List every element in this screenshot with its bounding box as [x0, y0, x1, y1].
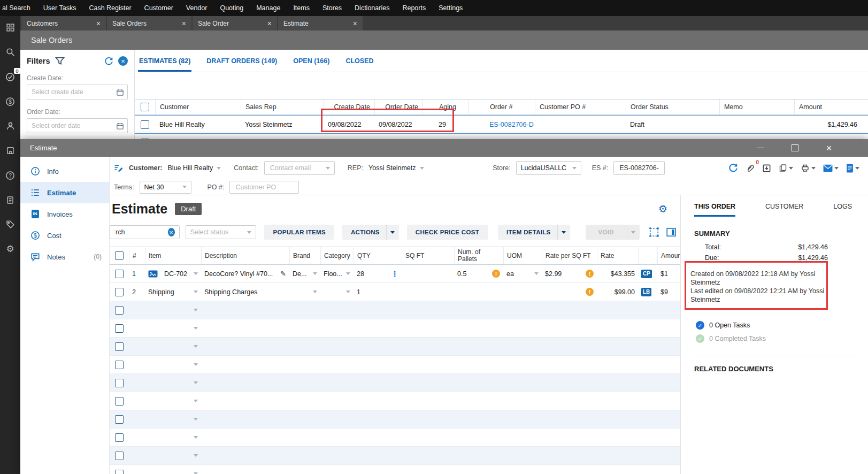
empty-item-row[interactable] — [110, 429, 680, 447]
cell-rate-per-sqft[interactable]: $2.99 — [542, 270, 597, 278]
row-checkbox[interactable] — [115, 379, 124, 387]
row-checkbox[interactable] — [115, 361, 124, 369]
attachments-icon[interactable]: 0 — [746, 164, 755, 173]
rep-dropdown[interactable]: Yossi Steinmetz — [368, 164, 424, 172]
tab-close-icon[interactable] — [96, 19, 101, 28]
sync-icon[interactable] — [728, 163, 738, 173]
rate-warning-icon[interactable] — [586, 288, 594, 296]
tab-this-order[interactable]: THIS ORDER — [694, 203, 735, 217]
row-checkbox[interactable] — [115, 288, 124, 296]
item-details-caret[interactable] — [557, 225, 570, 240]
cell-item[interactable]: DC-702 — [145, 270, 201, 278]
cell-num-pallets[interactable]: 0.5 — [454, 270, 503, 278]
layout-panel-icon[interactable] — [666, 225, 677, 239]
cell-description[interactable]: DecoCore? Vinyl #70... — [201, 270, 289, 278]
actions-button[interactable]: ACTIONS — [342, 225, 386, 240]
customer-dropdown[interactable]: Blue Hill Realty — [168, 164, 221, 172]
nav-item-cost[interactable]: $ Cost — [20, 225, 109, 246]
cell-description[interactable]: Shipping Charges — [201, 288, 289, 296]
status-filter-dropdown[interactable]: Select status — [186, 225, 257, 239]
void-caret[interactable] — [627, 225, 640, 240]
cell-brand[interactable] — [289, 290, 320, 293]
tab-draft-orders[interactable]: DRAFT ORDERS (149) — [205, 50, 278, 72]
row-checkbox[interactable] — [115, 270, 124, 278]
calendar-icon[interactable] — [116, 122, 124, 130]
tab-sale-orders[interactable]: Sale Orders — [107, 16, 191, 30]
edit-description-icon[interactable] — [280, 270, 286, 278]
menu-item-user-tasks[interactable]: User Tasks — [43, 4, 76, 12]
cell-item[interactable]: Shipping — [145, 288, 201, 296]
item-details-button[interactable]: ITEM DETAILS — [498, 225, 557, 240]
row-checkbox[interactable] — [115, 415, 124, 424]
cell-tax[interactable]: LB — [638, 288, 657, 296]
create-date-field[interactable] — [27, 85, 128, 100]
tab-close-icon[interactable] — [182, 19, 186, 28]
actions-caret[interactable] — [386, 225, 399, 240]
tab-close-icon[interactable] — [267, 19, 272, 28]
check-price-cost-button[interactable]: CHECK PRICE COST — [407, 225, 488, 240]
cell-qty[interactable]: 28 — [354, 270, 402, 278]
item-image-icon[interactable] — [148, 270, 158, 278]
tab-estimate[interactable]: Estimate — [278, 16, 363, 30]
nav-item-info[interactable]: Info — [20, 160, 109, 182]
cell-rate-per-sqft[interactable] — [542, 288, 597, 296]
clear-search-icon[interactable] — [168, 228, 175, 236]
cell-item[interactable] — [145, 345, 201, 348]
cell-brand[interactable]: De... — [289, 270, 320, 278]
menu-item-quoting[interactable]: Quoting — [220, 4, 243, 12]
order-date-input[interactable] — [30, 121, 114, 130]
item-search-field[interactable] — [110, 225, 180, 239]
create-date-input[interactable] — [30, 88, 114, 96]
menu-item-vendor[interactable]: Vendor — [186, 4, 208, 12]
cell-item[interactable] — [145, 309, 201, 311]
menu-item-stores[interactable]: Stores — [322, 4, 342, 12]
menu-item-dictionaries[interactable]: Dictionaries — [355, 4, 389, 12]
cell-rate[interactable]: $99.00 — [597, 288, 638, 296]
document-icon[interactable] — [846, 164, 859, 173]
search-icon[interactable] — [5, 47, 16, 57]
calendar-icon[interactable] — [116, 88, 124, 96]
row-checkbox[interactable] — [115, 433, 124, 442]
item-search-input[interactable] — [114, 228, 165, 236]
es-number-input[interactable] — [618, 164, 660, 172]
empty-item-row[interactable] — [110, 338, 680, 356]
tab-sale-order[interactable]: Sale Order — [193, 16, 277, 30]
cell-item[interactable] — [145, 381, 201, 384]
layout-select-icon[interactable] — [649, 225, 660, 239]
contact-dropdown[interactable] — [264, 161, 335, 175]
empty-item-row[interactable] — [110, 410, 680, 429]
cell-item[interactable] — [145, 327, 201, 330]
tab-logs[interactable]: LOGS — [833, 203, 852, 217]
row-checkbox[interactable] — [141, 120, 149, 129]
cell-rate[interactable]: $43.355 — [597, 270, 638, 278]
po-number-field[interactable] — [229, 181, 299, 194]
terms-dropdown[interactable]: Net 30 — [140, 181, 191, 194]
empty-item-row[interactable] — [110, 319, 680, 338]
popular-items-button[interactable]: POPULAR ITEMS — [264, 225, 334, 240]
empty-item-row[interactable] — [110, 447, 680, 465]
menu-item-items[interactable]: Items — [293, 4, 310, 12]
contact-input[interactable] — [269, 164, 322, 172]
menu-item-cash-register[interactable]: Cash Register — [89, 4, 131, 12]
customers-icon[interactable] — [5, 121, 16, 131]
cell-item[interactable] — [145, 418, 201, 421]
email-icon[interactable] — [823, 164, 839, 172]
close-icon[interactable] — [821, 142, 837, 154]
tab-customer[interactable]: CUSTOMER — [765, 203, 803, 217]
nav-item-invoices[interactable]: Invoices — [20, 203, 109, 225]
row-checkbox[interactable] — [115, 470, 124, 474]
help-icon[interactable]: ? — [5, 170, 16, 180]
cell-item[interactable] — [145, 363, 201, 366]
tax-code-badge[interactable]: CP — [641, 270, 652, 278]
cell-category[interactable]: Floo... — [320, 270, 354, 278]
open-tasks-row[interactable]: 0 Open Tasks — [696, 321, 868, 330]
row-checkbox[interactable] — [115, 324, 124, 333]
cash-icon[interactable]: $ — [5, 96, 16, 106]
select-all-items-checkbox[interactable] — [115, 251, 124, 260]
cell-item[interactable] — [145, 400, 201, 402]
po-number-input[interactable] — [234, 183, 294, 192]
empty-item-row[interactable] — [110, 374, 680, 392]
documents-icon[interactable] — [5, 195, 16, 205]
rate-warning-icon[interactable] — [586, 270, 594, 278]
refresh-filters-icon[interactable] — [104, 57, 113, 66]
